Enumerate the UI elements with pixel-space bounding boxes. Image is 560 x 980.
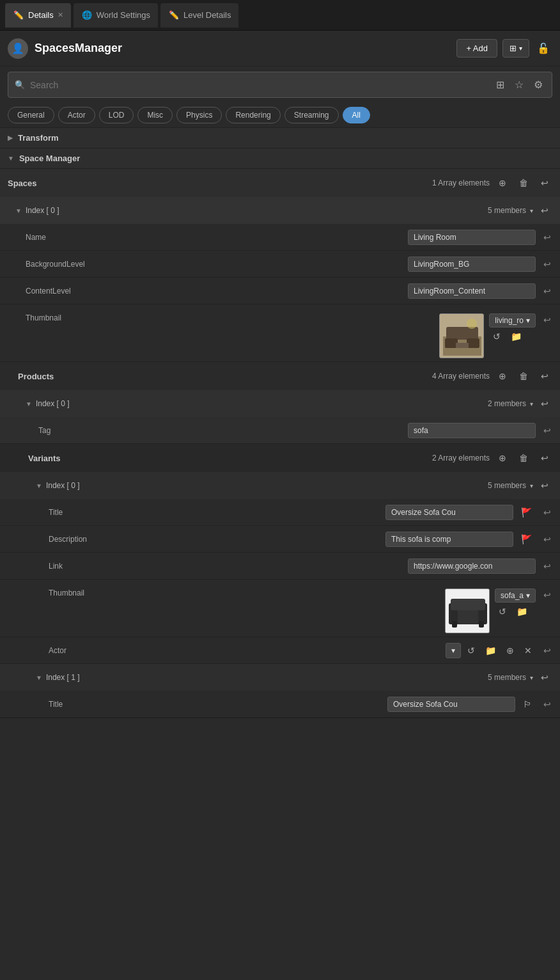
title-input[interactable] — [385, 505, 513, 520]
variant-thumbnail-row: Thumbnail so — [0, 580, 560, 637]
description-row: Description 🚩 ↩ — [0, 526, 560, 553]
actor-reset-button[interactable]: ↩ — [540, 644, 555, 657]
tab-level-details-label: Level Details — [183, 10, 231, 20]
index-0-header[interactable]: ▼ Index [ 0 ] 5 members ▾ ↩ — [0, 197, 560, 224]
variants-reset-button[interactable]: ↩ — [537, 452, 552, 464]
tab-details[interactable]: ✏️ Details ✕ — [5, 3, 71, 28]
bg-label: BackgroundLevel — [0, 260, 128, 269]
link-value-container: ↩ — [153, 556, 560, 576]
title-reset-button[interactable]: ↩ — [540, 506, 555, 519]
tab-world-settings[interactable]: 🌐 World Settings — [74, 3, 158, 28]
tab-close-button[interactable]: ✕ — [58, 11, 63, 19]
description-reset-button[interactable]: ↩ — [540, 533, 555, 546]
actor-folder-button[interactable]: 📁 — [481, 644, 500, 657]
sofa-thumbnail — [445, 589, 490, 633]
products-array-header[interactable]: Products 4 Array elements ⊕ 🗑 ↩ — [0, 362, 560, 390]
variants-index-0-header[interactable]: ▼ Index [ 0 ] 5 members ▾ ↩ — [0, 472, 560, 499]
actor-row: Actor ▾ ↺ 📁 ⊕ ✕ ↩ — [0, 637, 560, 664]
filter-general[interactable]: General — [8, 107, 54, 123]
filter-physics[interactable]: Physics — [176, 107, 222, 123]
products-delete-button[interactable]: 🗑 — [515, 370, 532, 383]
filter-actor[interactable]: Actor — [58, 107, 95, 123]
name-input[interactable] — [408, 230, 536, 245]
variants-index-1-chevron-icon: ▾ — [530, 674, 533, 681]
variant-thumbnail-dropdown[interactable]: sofa_a ▾ — [495, 589, 536, 603]
variants-delete-button[interactable]: 🗑 — [515, 452, 532, 464]
index1-title-flag-button[interactable]: 🏳 — [519, 698, 536, 711]
spaces-reset-button[interactable]: ↩ — [537, 177, 552, 189]
header-title: SpacesManager — [35, 42, 450, 55]
pencil-icon: ✏️ — [13, 10, 24, 21]
variants-index-0-reset-button[interactable]: ↩ — [537, 479, 552, 492]
index1-title-reset-button[interactable]: ↩ — [540, 698, 555, 711]
grid-icon: ⊞ — [509, 43, 517, 53]
search-bar: 🔍 ⊞ ☆ ⚙ — [8, 72, 552, 98]
products-index-0-reset-button[interactable]: ↩ — [537, 397, 552, 410]
title-value-container: 🚩 ↩ — [153, 502, 560, 523]
space-manager-section-header[interactable]: ▼ Space Manager — [0, 148, 560, 169]
search-actions: ⊞ ☆ ⚙ — [494, 76, 545, 93]
tag-input[interactable] — [408, 423, 536, 438]
products-reset-button[interactable]: ↩ — [537, 370, 552, 383]
variant-thumbnail-reset-button[interactable]: ↩ — [540, 589, 555, 601]
variants-index-1-reset-button[interactable]: ↩ — [537, 671, 552, 684]
variants-add-button[interactable]: ⊕ — [495, 452, 510, 464]
lock-button[interactable]: 🔓 — [534, 40, 552, 57]
tab-level-details[interactable]: ✏️ Level Details — [160, 3, 238, 28]
star-button[interactable]: ☆ — [512, 76, 526, 93]
settings-button[interactable]: ⚙ — [531, 76, 545, 93]
header-actions: + Add ⊞ ▾ 🔓 — [456, 39, 552, 58]
spaces-add-button[interactable]: ⊕ — [495, 177, 510, 189]
link-input[interactable] — [408, 558, 536, 574]
index1-title-input[interactable] — [387, 697, 515, 712]
content-input[interactable] — [408, 283, 536, 299]
content-value-container: ↩ — [128, 281, 560, 301]
index-0-reset-button[interactable]: ↩ — [537, 204, 552, 217]
transform-section-header[interactable]: ▶ Transform — [0, 128, 560, 148]
actor-clear-button[interactable]: ✕ — [520, 644, 536, 657]
table-view-button[interactable]: ⊞ — [494, 76, 507, 93]
filter-streaming[interactable]: Streaming — [284, 107, 339, 123]
content-reset-button[interactable]: ↩ — [540, 285, 555, 297]
actor-refresh-button[interactable]: ↺ — [463, 644, 479, 657]
variant-thumbnail-folder-button[interactable]: 📁 — [513, 605, 531, 618]
grid-view-button[interactable]: ⊞ ▾ — [502, 39, 529, 58]
variant-thumbnail-refresh-button[interactable]: ↺ — [495, 605, 510, 618]
description-flag-button[interactable]: 🚩 — [517, 533, 536, 546]
link-row: Link ↩ — [0, 553, 560, 580]
actor-add-button[interactable]: ⊕ — [502, 644, 518, 657]
variants-index-1-header[interactable]: ▼ Index [ 1 ] 5 members ▾ ↩ — [0, 664, 560, 691]
thumbnail-reset-button[interactable]: ↩ — [540, 313, 555, 326]
thumbnail-folder-button[interactable]: 📁 — [507, 330, 525, 343]
variants-array-info: 2 Array elements ⊕ 🗑 ↩ — [432, 452, 552, 464]
tag-reset-button[interactable]: ↩ — [540, 424, 555, 437]
name-reset-button[interactable]: ↩ — [540, 231, 555, 244]
header: 👤 SpacesManager + Add ⊞ ▾ 🔓 — [0, 31, 560, 67]
description-input[interactable] — [385, 532, 513, 547]
filter-rendering[interactable]: Rendering — [226, 107, 280, 123]
add-button[interactable]: + Add — [456, 39, 497, 58]
space-manager-label: Space Manager — [19, 154, 80, 163]
filter-all[interactable]: All — [343, 107, 370, 123]
bg-input[interactable] — [408, 257, 536, 272]
bg-reset-button[interactable]: ↩ — [540, 258, 555, 271]
thumbnail-dropdown[interactable]: living_ro ▾ — [489, 313, 536, 328]
link-reset-button[interactable]: ↩ — [540, 560, 555, 573]
filter-misc[interactable]: Misc — [137, 107, 173, 123]
search-input[interactable] — [30, 80, 488, 90]
variants-array-header[interactable]: Variants 2 Array elements ⊕ 🗑 ↩ — [0, 444, 560, 472]
spaces-delete-button[interactable]: 🗑 — [515, 177, 532, 189]
grid-chevron-icon: ▾ — [519, 45, 522, 52]
tab-world-settings-label: World Settings — [97, 10, 150, 20]
spaces-count: 1 Array elements — [432, 178, 490, 187]
title-flag-button[interactable]: 🚩 — [517, 506, 536, 519]
svg-rect-11 — [452, 621, 457, 628]
filter-lod[interactable]: LOD — [99, 107, 134, 123]
variants-index-0-members: 5 members — [488, 481, 526, 490]
products-add-button[interactable]: ⊕ — [495, 370, 510, 383]
actor-dropdown-button[interactable]: ▾ — [446, 643, 461, 658]
thumbnail-refresh-button[interactable]: ↺ — [489, 330, 504, 343]
products-index-0-header[interactable]: ▼ Index [ 0 ] 2 members ▾ ↩ — [0, 390, 560, 417]
variant-thumbnail-label: Thumbnail — [0, 586, 153, 597]
spaces-array-header[interactable]: Spaces 1 Array elements ⊕ 🗑 ↩ — [0, 169, 560, 197]
